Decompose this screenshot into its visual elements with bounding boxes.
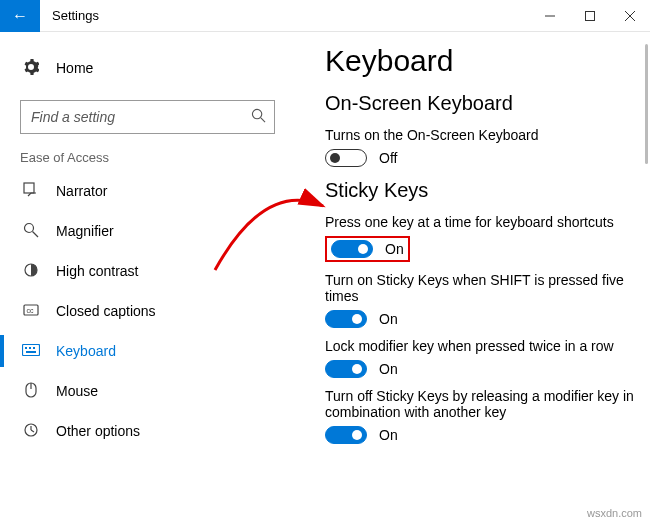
sticky-s3-toggle[interactable] [325,360,367,378]
svg-point-7 [25,223,34,232]
page-title: Keyboard [325,44,640,78]
osk-label: Turns on the On-Screen Keyboard [325,127,640,143]
sticky-s2-toggle[interactable] [325,310,367,328]
sidebar-item-keyboard[interactable]: Keyboard [0,331,295,371]
maximize-button[interactable] [570,0,610,32]
gear-icon [20,59,42,78]
keyboard-icon [20,343,42,359]
options-icon [20,422,42,441]
close-icon [625,11,635,21]
sticky-s2-state: On [379,311,398,327]
sidebar-item-label: High contrast [56,263,138,279]
home-label: Home [56,60,93,76]
sidebar-item-closed-captions[interactable]: cc Closed captions [0,291,295,331]
svg-line-21 [31,430,34,432]
svg-line-5 [261,118,265,122]
section-label: Ease of Access [0,150,295,165]
close-button[interactable] [610,0,650,32]
sidebar-item-label: Keyboard [56,343,116,359]
sticky-s3-label: Lock modifier key when pressed twice in … [325,338,640,354]
search-box[interactable] [20,100,275,134]
mouse-icon [20,382,42,401]
home-row[interactable]: Home [0,48,295,88]
annotation-highlight: On [325,236,410,262]
minimize-button[interactable] [530,0,570,32]
svg-rect-15 [33,347,35,349]
watermark: wsxdn.com [587,507,642,519]
sticky-s2-label: Turn on Sticky Keys when SHIFT is presse… [325,272,640,304]
sidebar-item-narrator[interactable]: Narrator [0,171,295,211]
sidebar-item-high-contrast[interactable]: High contrast [0,251,295,291]
scrollbar[interactable] [645,44,648,164]
sidebar-item-label: Magnifier [56,223,114,239]
minimize-icon [545,11,555,21]
magnifier-icon [20,222,42,241]
svg-rect-14 [29,347,31,349]
svg-rect-6 [24,183,34,193]
content-pane: Keyboard On-Screen Keyboard Turns on the… [295,32,650,523]
osk-state: Off [379,150,397,166]
svg-rect-1 [586,11,595,20]
sidebar-item-label: Mouse [56,383,98,399]
osk-heading: On-Screen Keyboard [325,92,640,115]
back-button[interactable]: ← [0,0,40,32]
sticky-s4-state: On [379,427,398,443]
svg-rect-16 [26,351,36,353]
arrow-left-icon: ← [12,7,28,25]
search-icon [251,108,266,126]
sidebar-item-mouse[interactable]: Mouse [0,371,295,411]
titlebar: ← Settings [0,0,650,32]
sticky-s1-toggle[interactable] [331,240,373,258]
sidebar-item-magnifier[interactable]: Magnifier [0,211,295,251]
svg-point-4 [252,109,261,118]
captions-icon: cc [20,302,42,321]
osk-toggle[interactable] [325,149,367,167]
svg-rect-13 [25,347,27,349]
sticky-s3-state: On [379,361,398,377]
sticky-s1-label: Press one key at a time for keyboard sho… [325,214,640,230]
sticky-s1-state: On [385,241,404,257]
contrast-icon [20,262,42,281]
search-input[interactable] [29,108,251,126]
svg-line-8 [33,231,39,237]
maximize-icon [585,11,595,21]
sidebar: Home Ease of Access Narrator Magnifier [0,32,295,523]
narrator-icon [20,182,42,201]
sticky-s4-toggle[interactable] [325,426,367,444]
sidebar-item-label: Narrator [56,183,107,199]
sidebar-item-label: Other options [56,423,140,439]
sidebar-item-other-options[interactable]: Other options [0,411,295,451]
svg-text:cc: cc [27,307,35,314]
sticky-heading: Sticky Keys [325,179,640,202]
window-title: Settings [40,8,530,23]
sticky-s4-label: Turn off Sticky Keys by releasing a modi… [325,388,640,420]
sidebar-item-label: Closed captions [56,303,156,319]
svg-rect-12 [23,345,40,356]
